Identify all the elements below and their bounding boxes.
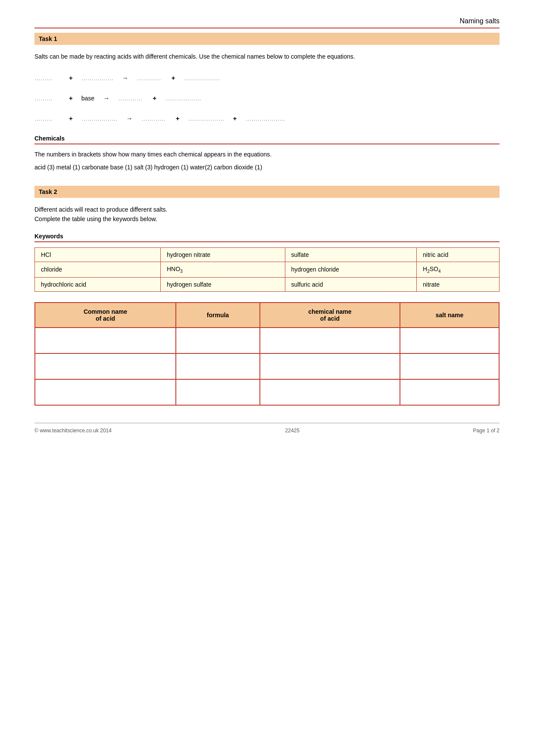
col-formula: formula (176, 303, 260, 328)
equation-row-3: ……… + ……………… → ………… + ……………… + ……………….. (34, 115, 500, 122)
keywords-header: Keywords (34, 233, 500, 242)
kw-nitric-acid: nitric acid (417, 247, 500, 262)
keywords-section: Keywords HCl hydrogen nitrate sulfate ni… (34, 233, 500, 292)
eq1-plus1: + (69, 74, 73, 81)
kw-hydrochloric-acid: hydrochloric acid (35, 277, 161, 291)
eq3-part1: ……… (34, 115, 60, 122)
col-common-name: Common nameof acid (35, 303, 176, 328)
eq3-plus2: + (176, 115, 180, 122)
answer-r1-formula (176, 328, 260, 353)
eq3-arrow: → (126, 115, 133, 122)
eq1-part1: ……… (34, 75, 60, 81)
kw-chloride: chloride (35, 262, 161, 277)
kw-sulfuric-acid: sulfuric acid (285, 277, 417, 291)
eq2-part3: ………… (118, 95, 144, 102)
eq2-base: base (81, 95, 94, 102)
eq2-plus1: + (69, 94, 73, 102)
kw-nitrate: nitrate (417, 277, 500, 291)
kw-hydrogen-chloride: hydrogen chloride (285, 262, 417, 277)
eq1-part3: ………… (137, 75, 163, 81)
task2-desc1: Different acids will react to produce di… (34, 205, 500, 214)
eq3-part5: ……………….. (245, 115, 285, 122)
eq2-part4: ……………… (165, 95, 201, 102)
eq3-part2: ……………… (81, 115, 118, 122)
eq2-part1: ……… (34, 95, 60, 102)
equation-row-2: ……… + base → ………… + ……………… (34, 94, 500, 102)
eq1-part4: ……………… (184, 75, 220, 81)
footer-code: 22425 (285, 428, 300, 434)
col-salt-name: salt name (400, 303, 499, 328)
answer-r2-salt (400, 353, 499, 379)
answer-r2-formula (176, 353, 260, 379)
eq1-plus2: + (172, 74, 175, 81)
answer-row-3 (35, 379, 499, 405)
answer-r1-common (35, 328, 176, 353)
task2-description: Different acids will react to produce di… (34, 205, 500, 224)
kw-hydrogen-sulfate: hydrogen sulfate (160, 277, 285, 291)
footer-copyright: © www.teachitscience.co.uk 2014 (34, 428, 112, 434)
eq3-part3: ………… (141, 115, 167, 122)
chemicals-list: acid (3) metal (1) carbonate base (1) sa… (34, 162, 500, 173)
keywords-row-3: hydrochloric acid hydrogen sulfate sulfu… (35, 277, 500, 291)
kw-h2so4: H2SO4 (417, 262, 500, 277)
task2-header: Task 2 (34, 186, 500, 198)
chemicals-description: The numbers in brackets show how many ti… (34, 150, 500, 160)
answer-r3-salt (400, 379, 499, 405)
col-chemical-name: chemical nameof acid (260, 303, 400, 328)
keywords-row-1: HCl hydrogen nitrate sulfate nitric acid (35, 247, 500, 262)
page-title: Naming salts (34, 17, 500, 28)
task2-desc2: Complete the table using the keywords be… (34, 214, 500, 224)
page-footer: © www.teachitscience.co.uk 2014 22425 Pa… (34, 423, 500, 434)
eq1-part2: ……………. (81, 75, 113, 81)
chemicals-section: Chemicals The numbers in brackets show h… (34, 135, 500, 173)
answer-row-2 (35, 353, 499, 379)
eq1-arrow: → (122, 74, 128, 81)
answer-r3-formula (176, 379, 260, 405)
answer-table: Common nameof acid formula chemical name… (34, 302, 500, 406)
answer-r3-common (35, 379, 176, 405)
eq3-plus3: + (233, 115, 237, 122)
task1-description: Salts can be made by reacting acids with… (34, 52, 500, 61)
eq2-arrow: → (103, 94, 109, 102)
keywords-table: HCl hydrogen nitrate sulfate nitric acid… (34, 247, 500, 292)
kw-hcl: HCl (35, 247, 161, 262)
equations-area: ……… + ……………. → ………… + ……………… ……… + base … (34, 74, 500, 122)
eq3-plus1: + (69, 115, 73, 122)
answer-r1-salt (400, 328, 499, 353)
task1-header: Task 1 (34, 33, 500, 45)
answer-r3-chemical (260, 379, 400, 405)
answer-row-1 (35, 328, 499, 353)
eq2-plus2: + (153, 94, 156, 102)
equation-row-1: ……… + ……………. → ………… + ……………… (34, 74, 500, 81)
chemicals-header: Chemicals (34, 135, 500, 144)
kw-hydrogen-nitrate: hydrogen nitrate (160, 247, 285, 262)
keywords-row-2: chloride HNO3 hydrogen chloride H2SO4 (35, 262, 500, 277)
answer-r2-chemical (260, 353, 400, 379)
answer-table-header-row: Common nameof acid formula chemical name… (35, 303, 499, 328)
kw-hno3: HNO3 (160, 262, 285, 277)
answer-r1-chemical (260, 328, 400, 353)
kw-sulfate: sulfate (285, 247, 417, 262)
eq3-part4: ……………… (188, 115, 225, 122)
footer-page: Page 1 of 2 (473, 428, 500, 434)
answer-r2-common (35, 353, 176, 379)
